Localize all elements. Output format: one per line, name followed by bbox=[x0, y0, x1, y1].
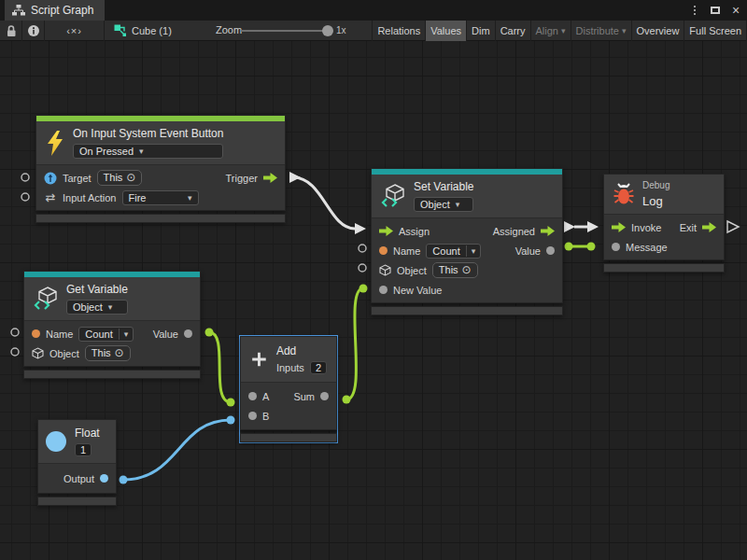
bug-icon bbox=[613, 183, 634, 205]
variable-name-dropdown[interactable]: Count▾ bbox=[78, 327, 134, 342]
a-port[interactable] bbox=[248, 392, 257, 400]
name-port[interactable] bbox=[379, 246, 388, 255]
graph-context[interactable]: Cube (1) bbox=[105, 21, 185, 41]
context-label: Cube (1) bbox=[132, 25, 172, 36]
node-category: Debug bbox=[642, 180, 669, 190]
float-type-icon bbox=[46, 431, 66, 452]
node-title: Log bbox=[642, 194, 669, 208]
caret-down-icon: ▾ bbox=[119, 329, 134, 340]
tab-bar: Script Graph × bbox=[0, 0, 747, 21]
zoom-slider-knob[interactable] bbox=[322, 25, 333, 36]
lightning-bolt-icon bbox=[46, 131, 64, 156]
output-port[interactable] bbox=[100, 474, 108, 483]
node-on-input-system-event[interactable]: On Input System Event Button On Pressed▾… bbox=[35, 115, 286, 223]
close-icon: × bbox=[732, 4, 740, 17]
node-get-variable[interactable]: Get Variable Object▾ Name Count▾ Value bbox=[23, 271, 201, 379]
node-footer bbox=[35, 214, 286, 223]
flow-in-arrow-icon[interactable] bbox=[379, 226, 393, 236]
message-port[interactable] bbox=[612, 243, 620, 251]
port-label-new-value: New Value bbox=[393, 285, 442, 296]
variable-cube-icon bbox=[381, 184, 405, 208]
node-title: Add bbox=[276, 344, 327, 357]
relations-button[interactable]: Relations bbox=[372, 21, 426, 41]
variable-name-dropdown[interactable]: Count▾ bbox=[426, 244, 481, 259]
node-debug-log[interactable]: Debug Log Invoke Exit Message bbox=[603, 174, 725, 273]
tab-script-graph[interactable]: Script Graph bbox=[5, 0, 105, 21]
input-action-icon: ⇄ bbox=[44, 190, 57, 204]
port-label-target: Target bbox=[63, 173, 92, 184]
input-action-dropdown[interactable]: Fire▾ bbox=[122, 190, 199, 205]
caret-down-icon: ▾ bbox=[622, 26, 627, 35]
node-title: Float bbox=[75, 427, 100, 440]
kebab-menu-icon bbox=[694, 6, 696, 15]
node-footer bbox=[23, 370, 201, 379]
port-label-trigger: Trigger bbox=[226, 173, 258, 184]
maximize-icon bbox=[711, 7, 720, 14]
close-button[interactable]: × bbox=[728, 2, 743, 19]
node-add[interactable]: Add Inputs 2 A Sum bbox=[239, 335, 338, 443]
port-label-exit: Exit bbox=[680, 222, 697, 233]
target-picker-icon: ⊙ bbox=[126, 171, 135, 184]
zoom-slider-track[interactable] bbox=[241, 30, 329, 32]
fullscreen-button[interactable]: Full Screen bbox=[684, 21, 747, 41]
tab-title: Script Graph bbox=[31, 4, 93, 17]
float-value-field[interactable]: 1 bbox=[75, 443, 92, 456]
port-label-output: Output bbox=[63, 473, 94, 484]
object-field[interactable]: This⊙ bbox=[85, 345, 131, 361]
dim-button[interactable]: Dim bbox=[467, 21, 496, 41]
zoom-value: 1x bbox=[336, 25, 346, 35]
variable-scope-dropdown[interactable]: Object▾ bbox=[66, 300, 128, 315]
code-view-button[interactable]: ‹×› bbox=[45, 21, 105, 41]
toolbar-left-group: ‹×› Cube (1) bbox=[0, 21, 185, 41]
port-label-a: A bbox=[262, 391, 269, 402]
script-graph-window: Script Graph × ‹×› bbox=[0, 0, 747, 560]
caret-down-icon: ▾ bbox=[188, 193, 192, 203]
node-footer bbox=[37, 497, 117, 506]
variable-scope-dropdown[interactable]: Object▾ bbox=[414, 197, 473, 212]
value-port[interactable] bbox=[546, 246, 555, 255]
port-label-input-action: Input Action bbox=[63, 192, 117, 203]
graph-icon bbox=[12, 5, 25, 16]
distribute-button[interactable]: Distribute▾ bbox=[571, 21, 632, 41]
flow-out-arrow-icon[interactable] bbox=[702, 222, 716, 232]
node-title: Get Variable bbox=[66, 283, 128, 296]
node-set-variable[interactable]: Set Variable Object▾ Assign Assigned bbox=[371, 168, 563, 315]
node-footer bbox=[371, 306, 563, 315]
new-value-port[interactable] bbox=[379, 286, 388, 294]
caret-down-icon: ▾ bbox=[561, 26, 566, 35]
player-input-icon bbox=[44, 172, 57, 185]
align-button[interactable]: Align▾ bbox=[531, 21, 571, 41]
port-label-name: Name bbox=[46, 329, 73, 340]
maximize-button[interactable] bbox=[708, 2, 723, 19]
port-label-value: Value bbox=[153, 329, 178, 340]
graph-toolbar: ‹×› Cube (1) Zoom 1x Relations Values Di… bbox=[0, 21, 747, 41]
values-button[interactable]: Values bbox=[426, 21, 467, 41]
value-port[interactable] bbox=[184, 329, 192, 338]
node-float-literal[interactable]: Float 1 Output bbox=[37, 419, 117, 506]
flow-in-arrow-icon[interactable] bbox=[612, 222, 626, 232]
port-label-message: Message bbox=[626, 242, 668, 253]
flow-out-arrow-icon[interactable] bbox=[263, 173, 277, 183]
flow-out-arrow-icon[interactable] bbox=[541, 226, 555, 236]
caret-down-icon: ▾ bbox=[139, 147, 144, 156]
target-picker-icon: ⊙ bbox=[115, 346, 124, 359]
port-label-invoke: Invoke bbox=[631, 222, 661, 233]
inspect-button[interactable] bbox=[22, 21, 45, 41]
overview-button[interactable]: Overview bbox=[632, 21, 685, 41]
caret-down-icon: ▾ bbox=[466, 245, 481, 257]
caret-down-icon: ▾ bbox=[456, 200, 460, 209]
node-footer bbox=[240, 433, 337, 442]
target-object-field[interactable]: This⊙ bbox=[97, 170, 143, 186]
lock-button[interactable] bbox=[0, 21, 22, 41]
object-field[interactable]: This⊙ bbox=[432, 262, 478, 278]
carry-button[interactable]: Carry bbox=[496, 21, 531, 41]
node-title: On Input System Event Button bbox=[73, 127, 223, 140]
window-menu-button[interactable] bbox=[687, 2, 702, 19]
inputs-count-field[interactable]: 2 bbox=[310, 361, 327, 374]
plus-icon bbox=[250, 347, 268, 371]
zoom-label: Zoom bbox=[216, 24, 242, 35]
b-port[interactable] bbox=[248, 412, 257, 420]
event-mode-dropdown[interactable]: On Pressed▾ bbox=[73, 144, 223, 159]
sum-port[interactable] bbox=[320, 392, 329, 400]
name-port[interactable] bbox=[32, 329, 40, 338]
